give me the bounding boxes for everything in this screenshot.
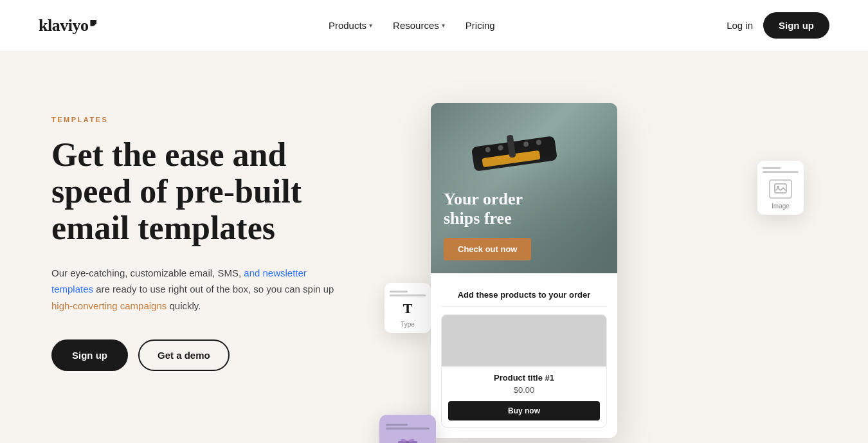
nav-item-resources[interactable]: Resources ▾ (393, 20, 445, 31)
email-card-body: Add these products to your order Product… (431, 273, 617, 438)
buy-now-button[interactable]: Buy now (448, 401, 600, 420)
line-full (390, 294, 426, 296)
product-svg-icon (397, 435, 419, 443)
hero-left: TEMPLATES Get the ease and speed of pre-… (51, 90, 373, 371)
logo: klaviyo (39, 16, 96, 35)
login-button[interactable]: Log in (727, 20, 753, 31)
type-icon: T (403, 300, 413, 317)
ships-free-heading: Your order ships free (444, 190, 523, 228)
image-icon (769, 179, 792, 199)
hero-title: Get the ease and speed of pre-built emai… (51, 136, 373, 247)
logo-mark (90, 20, 96, 26)
add-products-label: Add these products to your order (441, 284, 607, 307)
navbar: klaviyo Products ▾ Resources ▾ Pricing L… (0, 0, 868, 51)
svg-point-8 (777, 186, 779, 188)
product-image (442, 315, 606, 366)
hero-description: Our eye-catching, customizable email, SM… (51, 265, 334, 314)
nav-link-products[interactable]: Products ▾ (329, 20, 372, 31)
image-svg-icon (774, 183, 787, 195)
type-widget: T Type (384, 283, 431, 333)
image-widget-lines (763, 167, 799, 173)
nav-links: Products ▾ Resources ▾ Pricing (329, 20, 495, 31)
demo-button[interactable]: Get a demo (138, 339, 230, 371)
line-short (390, 291, 408, 293)
product-widget: Product (379, 415, 436, 443)
product-icon (395, 433, 420, 443)
desc-end: quickly. (167, 300, 201, 311)
desc-link-campaigns[interactable]: high-converting campaigns (51, 300, 167, 311)
image-label: Image (772, 203, 790, 210)
signup-button-hero[interactable]: Sign up (51, 339, 128, 371)
nav-item-pricing[interactable]: Pricing (466, 20, 495, 31)
nav-item-products[interactable]: Products ▾ (329, 20, 372, 31)
email-card-top: Your order ships free Check out now (431, 103, 617, 273)
chevron-down-icon: ▾ (369, 22, 372, 29)
signup-button-nav[interactable]: Sign up (763, 12, 829, 39)
nav-link-resources[interactable]: Resources ▾ (393, 20, 445, 31)
product-price: $0.00 (448, 385, 600, 395)
product-card-inner: Product title #1 $0.00 Buy now (441, 314, 607, 428)
hero-label: TEMPLATES (51, 116, 373, 123)
line-full (763, 171, 799, 173)
checkout-button[interactable]: Check out now (444, 238, 531, 260)
hero-right-mockup: T Type (373, 90, 817, 443)
type-widget-lines (390, 291, 426, 296)
email-template-card: Your order ships free Check out now Add … (431, 103, 617, 438)
hero-section: TEMPLATES Get the ease and speed of pre-… (0, 51, 868, 443)
chevron-down-icon: ▾ (442, 22, 445, 29)
hero-buttons: Sign up Get a demo (51, 339, 373, 371)
line-short (763, 167, 781, 169)
image-widget: Image (757, 161, 804, 215)
product-widget-lines (386, 424, 429, 429)
logo-text: klaviyo (39, 16, 88, 35)
desc-part2: are ready to use right out of the box, s… (93, 284, 334, 294)
line-short (386, 424, 408, 426)
product-title: Product title #1 (448, 373, 600, 383)
nav-link-pricing[interactable]: Pricing (466, 20, 495, 31)
product-info: Product title #1 $0.00 Buy now (442, 366, 606, 427)
line-full (386, 428, 429, 429)
desc-part1: Our eye-catching, customizable email, SM… (51, 267, 244, 278)
type-label: Type (401, 321, 415, 328)
nav-actions: Log in Sign up (727, 12, 829, 39)
svg-rect-7 (775, 184, 786, 193)
ships-free-text: Your order ships free (444, 190, 523, 228)
